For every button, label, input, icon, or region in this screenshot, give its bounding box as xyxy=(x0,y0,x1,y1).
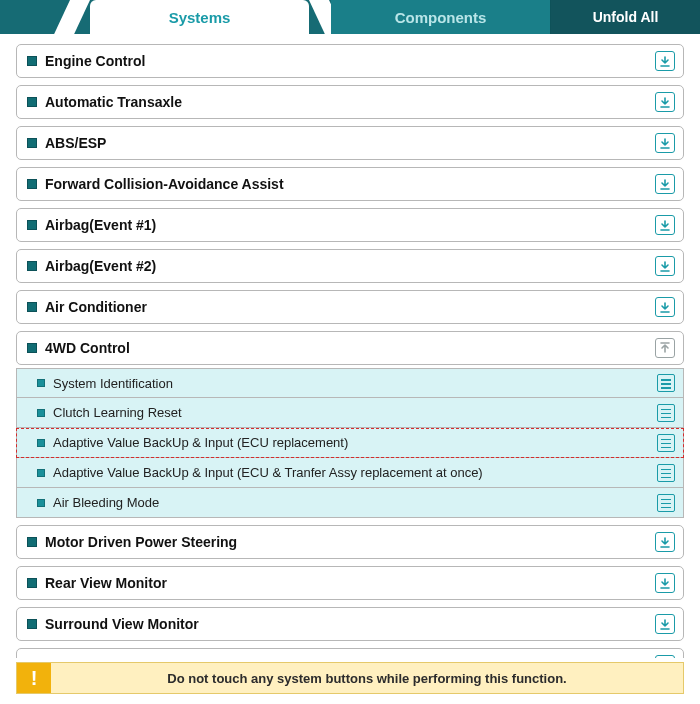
system-row[interactable]: Rear View Monitor xyxy=(16,566,684,600)
document-icon[interactable] xyxy=(657,404,675,422)
system-row[interactable]: Forward Collision-Avoidance Assist xyxy=(16,167,684,201)
download-icon[interactable] xyxy=(655,573,675,593)
document-icon[interactable] xyxy=(657,434,675,452)
download-icon[interactable] xyxy=(655,215,675,235)
square-bullet-icon xyxy=(27,261,37,271)
download-icon[interactable] xyxy=(655,133,675,153)
square-bullet-icon xyxy=(37,469,45,477)
download-icon[interactable] xyxy=(655,614,675,634)
system-row[interactable]: ABS/ESP xyxy=(16,126,684,160)
download-icon[interactable] xyxy=(655,655,675,658)
system-row[interactable]: 4WD Control xyxy=(16,331,684,365)
square-bullet-icon xyxy=(27,179,37,189)
document-icon[interactable] xyxy=(657,494,675,512)
sub-function-label: System Identification xyxy=(53,376,657,391)
square-bullet-icon xyxy=(37,439,45,447)
system-row[interactable]: Motor Driven Power Steering xyxy=(16,525,684,559)
square-bullet-icon xyxy=(27,138,37,148)
sub-function-list: System IdentificationClutch Learning Res… xyxy=(16,368,684,518)
sub-function-row[interactable]: Adaptive Value BackUp & Input (ECU & Tra… xyxy=(16,458,684,488)
warning-icon: ! xyxy=(17,663,51,693)
system-label: 4WD Control xyxy=(45,340,655,356)
system-row[interactable]: Airbag(Event #1) xyxy=(16,208,684,242)
collapse-icon[interactable] xyxy=(655,338,675,358)
sub-function-label: Clutch Learning Reset xyxy=(53,405,657,420)
system-label: ABS/ESP xyxy=(45,135,655,151)
square-bullet-icon xyxy=(27,343,37,353)
sub-function-row[interactable]: Clutch Learning Reset xyxy=(16,398,684,428)
download-icon[interactable] xyxy=(655,256,675,276)
system-row[interactable]: Parking Assist xyxy=(16,648,684,658)
system-row[interactable]: Surround View Monitor xyxy=(16,607,684,641)
system-label: Motor Driven Power Steering xyxy=(45,534,655,550)
square-bullet-icon xyxy=(27,56,37,66)
download-icon[interactable] xyxy=(655,51,675,71)
system-row[interactable]: Automatic Transaxle xyxy=(16,85,684,119)
warning-bar: ! Do not touch any system buttons while … xyxy=(16,662,684,694)
square-bullet-icon xyxy=(27,619,37,629)
square-bullet-icon xyxy=(37,499,45,507)
system-row[interactable]: Air Conditioner xyxy=(16,290,684,324)
square-bullet-icon xyxy=(27,537,37,547)
system-label: Airbag(Event #1) xyxy=(45,217,655,233)
square-bullet-icon xyxy=(37,409,45,417)
square-bullet-icon xyxy=(27,578,37,588)
sub-function-row[interactable]: Adaptive Value BackUp & Input (ECU repla… xyxy=(16,428,684,458)
download-icon[interactable] xyxy=(655,174,675,194)
system-label: Rear View Monitor xyxy=(45,575,655,591)
sub-function-row[interactable]: System Identification xyxy=(16,368,684,398)
tab-bar: Systems Components Unfold All xyxy=(0,0,700,34)
download-icon[interactable] xyxy=(655,532,675,552)
square-bullet-icon xyxy=(27,97,37,107)
unfold-all-button[interactable]: Unfold All xyxy=(550,0,700,34)
sub-function-row[interactable]: Air Bleeding Mode xyxy=(16,488,684,518)
document-icon[interactable] xyxy=(657,374,675,392)
tab-components[interactable]: Components xyxy=(331,0,550,34)
tab-systems[interactable]: Systems xyxy=(90,0,309,34)
system-row[interactable]: Engine Control xyxy=(16,44,684,78)
system-label: Air Conditioner xyxy=(45,299,655,315)
system-label: Forward Collision-Avoidance Assist xyxy=(45,176,655,192)
square-bullet-icon xyxy=(27,302,37,312)
system-label: Automatic Transaxle xyxy=(45,94,655,110)
square-bullet-icon xyxy=(37,379,45,387)
sub-function-label: Adaptive Value BackUp & Input (ECU & Tra… xyxy=(53,465,657,480)
warning-message: Do not touch any system buttons while pe… xyxy=(51,671,683,686)
systems-list-scroll[interactable]: Engine ControlAutomatic TransaxleABS/ESP… xyxy=(0,34,700,658)
download-icon[interactable] xyxy=(655,92,675,112)
download-icon[interactable] xyxy=(655,297,675,317)
document-icon[interactable] xyxy=(657,464,675,482)
system-label: Parking Assist xyxy=(45,657,655,658)
sub-function-label: Adaptive Value BackUp & Input (ECU repla… xyxy=(53,435,657,450)
system-row[interactable]: Airbag(Event #2) xyxy=(16,249,684,283)
system-label: Surround View Monitor xyxy=(45,616,655,632)
sub-function-label: Air Bleeding Mode xyxy=(53,495,657,510)
system-label: Engine Control xyxy=(45,53,655,69)
system-label: Airbag(Event #2) xyxy=(45,258,655,274)
square-bullet-icon xyxy=(27,220,37,230)
